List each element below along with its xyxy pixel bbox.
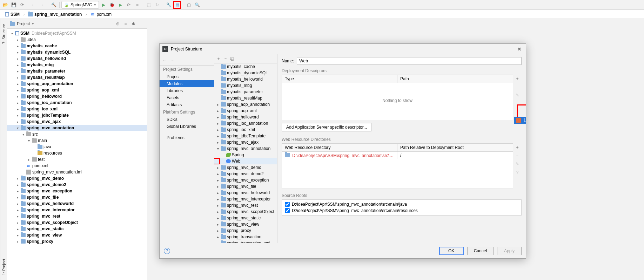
close-icon[interactable]: ✕ [516,46,523,53]
run-config-selector[interactable]: 🍃 SpringMVC ▼ [61,1,99,9]
tree-item[interactable]: ▸spring_mvc_interceptor [7,207,147,213]
source-root-row[interactable]: D:\ideaPorject\Apr\SSM\spring_mvc_annota… [285,201,518,207]
save-icon[interactable]: 💾 [10,1,18,9]
build-icon[interactable]: 🔨 [50,1,58,9]
help-icon[interactable]: ? [164,248,170,254]
source-root-checkbox[interactable] [285,202,290,207]
update-icon[interactable]: ↻ [153,1,161,9]
help-icon[interactable]: ? [516,169,519,176]
ok-button[interactable]: OK [439,247,464,255]
tree-item[interactable]: ▸spring_mvc_helloworld [7,200,147,207]
tree-item[interactable]: ▸mybatis_resultMap [7,74,147,81]
coverage-icon[interactable]: ▶ [116,1,124,9]
module-tree-item[interactable]: mybatis_helloworld [214,76,277,82]
module-tree-item[interactable]: ▸spring_mvc_demo2 [214,171,277,177]
module-tree-item[interactable]: ▸spring_transaction_xml [214,240,277,243]
wrench-icon[interactable]: 🔧 [165,1,173,9]
source-root-checkbox[interactable] [285,208,290,213]
tree-item[interactable]: ▸mybatis_dynamicSQL [7,49,147,55]
profile-icon[interactable]: ⟳ [125,1,133,9]
module-tree-item[interactable]: ▸spring_helloword [214,114,277,120]
add-icon[interactable]: ＋ [515,143,519,151]
forward-icon[interactable]: → [38,1,46,9]
tree-item[interactable]: ▾SSMD:\ideaPorject\Apr\SSM [7,30,147,36]
source-root-row[interactable]: D:\ideaPorject\Apr\SSM\spring_mvc_annota… [285,207,518,214]
module-tree-item[interactable]: ▸spring_mvc_helloworld [214,190,277,196]
module-tree-item[interactable]: ▸spring_proxy [214,227,277,234]
add-icon[interactable]: ＋ [216,56,221,62]
tree-item[interactable]: java [7,144,147,150]
tree-item[interactable]: ▸mybatis_parameter [7,68,147,74]
module-tree-item[interactable]: mybatis_cache [214,63,277,70]
module-tree-item[interactable]: ▸spring_mvc_ajax [214,139,277,145]
apply-button[interactable]: Apply [497,247,522,255]
module-tree-item[interactable]: ▸spring_ioc_annotation [214,120,277,127]
edit-icon[interactable]: ✎ [516,91,519,99]
tree-item[interactable]: ▸mybatis_helloworld [7,55,147,62]
tab-structure[interactable]: 7: Structure [1,22,7,46]
tree-item[interactable]: ▸mybatis_mbg [7,62,147,68]
modules-tree[interactable]: mybatis_cachemybatis_dynamicSQLmybatis_h… [214,63,277,243]
module-tree-item[interactable]: ▸spring_jdbcTemplate [214,133,277,139]
tree-item[interactable]: ▸spring_mvc_demo [7,175,147,182]
locate-icon[interactable]: ⊕ [115,21,121,27]
module-tree-item[interactable]: ▾spring_mvc_annotation [214,145,277,152]
module-tree-item[interactable]: ▸spring_ioc_xml [214,127,277,133]
tree-item[interactable]: resources [7,150,147,156]
tasks-icon[interactable]: ▢ [185,1,193,9]
nav-libraries[interactable]: Libraries [160,87,214,94]
tree-item[interactable]: ▸spring_helloword [7,93,147,100]
nav-sdks[interactable]: SDKs [160,116,214,123]
tree-item[interactable]: ▸spring_mvc_view [7,232,147,238]
stop-icon[interactable]: ■ [133,1,141,9]
module-tree-item[interactable]: ▸spring_transaction [214,234,277,240]
open-icon[interactable]: 📂 [1,1,9,9]
module-tree-item[interactable]: ▸spring_aop_annotation [214,101,277,108]
run-icon[interactable]: ▶ [100,1,107,9]
nav-facets[interactable]: Facets [160,94,214,101]
nav-modules[interactable]: Modules [160,80,214,87]
nav-artifacts[interactable]: Artifacts [160,101,214,108]
gear-icon[interactable]: ✱ [130,21,136,27]
tree-item[interactable]: mpom.xml [7,163,147,169]
project-tree[interactable]: ▾SSMD:\ideaPorject\Apr\SSM▸.idea▸mybatis… [7,29,147,280]
module-tree-item[interactable]: mybatis_dynamicSQL [214,70,277,76]
tree-item[interactable]: ▸mybatis_cache [7,43,147,49]
add-icon[interactable]: ＋ [515,75,519,82]
expand-icon[interactable]: ≡ [122,21,129,27]
tree-item[interactable]: ▸spring_mvc_scopeObject [7,219,147,226]
tree-item[interactable]: spring_mvc_annotation.iml [7,169,147,175]
module-tree-item[interactable]: mybatis_parameter [214,89,277,95]
module-tree-item[interactable]: ▸spring_aop_xml [214,108,277,114]
module-tree-item[interactable]: Web [214,158,277,164]
edit-icon[interactable]: ✎ [516,160,519,168]
remove-icon[interactable]: － [515,83,519,91]
tree-item[interactable]: ▾spring_mvc_annotation [7,125,147,131]
vcs-icon[interactable]: ⬚ [145,1,153,9]
tree-item[interactable]: ▸spring_mvc_demo2 [7,182,147,188]
remove-icon[interactable]: － [223,56,228,62]
tree-item[interactable]: ▸spring_mvc_static [7,226,147,232]
module-tree-item[interactable]: ▸spring_mvc_interceptor [214,196,277,202]
tree-item[interactable]: ▸spring_aop_annotation [7,81,147,87]
tree-item[interactable]: ▸spring_mvc_rest [7,213,147,219]
tree-item[interactable]: ▸test [7,156,147,163]
tree-item[interactable]: ▸.idea [7,36,147,43]
nav-problems[interactable]: Problems [160,134,214,141]
add-descriptor-button[interactable]: Add Application Server specific descript… [282,123,371,131]
crumb-file[interactable]: m pom.xml [88,11,114,18]
remove-icon[interactable]: － [515,152,519,159]
tree-item[interactable]: ▾src [7,131,147,137]
webres-row[interactable]: D:\ideaPorject\Apr\SSM\spring_mvc_annota… [282,152,513,159]
module-tree-item[interactable]: ▸spring_mvc_rest [214,202,277,209]
tree-item[interactable]: ▸spring_jdbcTemplate [7,112,147,118]
crumb-module[interactable]: spring_mvc_annotation [26,11,84,18]
module-tree-item[interactable]: ▸spring_mvc_exception [214,177,277,183]
tree-item[interactable]: ▸spring_mvc_file [7,194,147,200]
module-tree-item[interactable]: ▸spring_mvc_demo [214,164,277,171]
module-tree-item[interactable]: ▸spring_mvc_static [214,215,277,221]
nav-global-libs[interactable]: Global Libraries [160,123,214,130]
crumb-root[interactable]: SSM [3,11,22,18]
module-tree-item[interactable]: Spring [214,152,277,158]
module-tree-item[interactable]: mybatis_mbg [214,82,277,89]
